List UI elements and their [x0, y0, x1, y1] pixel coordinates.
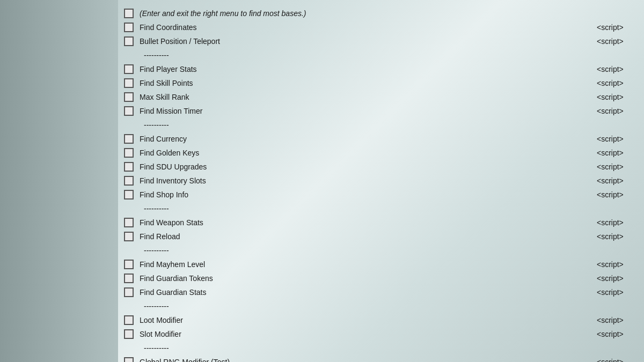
- item-script: <script>: [597, 190, 640, 199]
- item-label: Find Player Stats: [140, 65, 597, 73]
- item-checkbox[interactable]: [124, 357, 134, 362]
- item-script: <script>: [597, 288, 640, 297]
- separator-row: ----------: [118, 299, 644, 313]
- list-item: Find Mission Timer<script>: [118, 104, 644, 118]
- list-item: Bullet Position / Teleport<script>: [118, 34, 644, 48]
- item-script: <script>: [597, 330, 640, 338]
- item-checkbox[interactable]: [124, 162, 134, 172]
- list-item: Global RNG Modifier (Test)<script>: [118, 355, 644, 362]
- list-item: Find Golden Keys<script>: [118, 146, 644, 160]
- item-script: <script>: [597, 274, 640, 283]
- item-script: <script>: [597, 37, 640, 46]
- header-note-text: (Enter and exit the right menu to find m…: [140, 9, 640, 18]
- item-label: Bullet Position / Teleport: [140, 37, 597, 46]
- list-item: Find Coordinates<script>: [118, 20, 644, 34]
- item-label: Find Currency: [140, 135, 597, 143]
- item-checkbox[interactable]: [124, 287, 134, 297]
- item-label: Find Inventory Slots: [140, 176, 597, 185]
- item-script: <script>: [597, 162, 640, 171]
- list-item: Max Skill Rank<script>: [118, 90, 644, 104]
- item-label: Global RNG Modifier (Test): [140, 358, 597, 362]
- item-script: <script>: [597, 260, 640, 269]
- list-item: Find Inventory Slots<script>: [118, 174, 644, 188]
- item-script: <script>: [597, 149, 640, 157]
- checkbox-wrapper: [118, 287, 140, 297]
- item-script: <script>: [597, 79, 640, 87]
- item-checkbox[interactable]: [124, 260, 134, 269]
- item-checkbox[interactable]: [124, 190, 134, 200]
- item-checkbox[interactable]: [124, 274, 134, 283]
- checkbox-wrapper: [118, 148, 140, 158]
- checkbox-wrapper: [118, 162, 140, 172]
- item-script: <script>: [597, 218, 640, 227]
- separator-text: ----------: [118, 246, 640, 255]
- item-script: <script>: [597, 65, 640, 73]
- item-script: <script>: [597, 232, 640, 241]
- item-label: Find Guardian Tokens: [140, 274, 597, 283]
- item-script: <script>: [597, 23, 640, 32]
- item-checkbox[interactable]: [124, 134, 134, 144]
- item-checkbox[interactable]: [124, 148, 134, 158]
- list-item: Find Shop Info<script>: [118, 188, 644, 202]
- item-checkbox[interactable]: [124, 218, 134, 227]
- item-label: Find Golden Keys: [140, 149, 597, 157]
- item-checkbox[interactable]: [124, 315, 134, 325]
- item-script: <script>: [597, 176, 640, 185]
- header-checkbox[interactable]: [124, 9, 134, 18]
- item-script: <script>: [597, 135, 640, 143]
- checkbox-wrapper: [118, 274, 140, 283]
- checkbox-wrapper: [118, 357, 140, 362]
- list-item: Find Guardian Stats<script>: [118, 285, 644, 299]
- separator-text: ----------: [118, 121, 640, 129]
- checkbox-wrapper: [118, 23, 140, 32]
- item-checkbox[interactable]: [124, 78, 134, 88]
- header-note-row: (Enter and exit the right menu to find m…: [118, 6, 644, 20]
- separator-text: ----------: [118, 204, 640, 213]
- separator-row: ----------: [118, 202, 644, 216]
- item-label: Find Mayhem Level: [140, 260, 597, 269]
- checkbox-wrapper: [118, 78, 140, 88]
- separator-text: ----------: [118, 302, 640, 311]
- list-item: Find Currency<script>: [118, 132, 644, 146]
- checkbox-wrapper: [118, 315, 140, 325]
- item-script: <script>: [597, 93, 640, 101]
- list-item: Find Reload<script>: [118, 230, 644, 243]
- list-item: Find Skill Points<script>: [118, 76, 644, 90]
- list-item: Slot Modifier<script>: [118, 327, 644, 341]
- item-checkbox[interactable]: [124, 176, 134, 186]
- checkbox-wrapper: [118, 64, 140, 74]
- list-item: Loot Modifier<script>: [118, 313, 644, 327]
- separator-row: ----------: [118, 341, 644, 355]
- item-checkbox[interactable]: [124, 329, 134, 339]
- items-list: Find Coordinates<script>Bullet Position …: [118, 20, 644, 362]
- item-label: Find Skill Points: [140, 79, 597, 87]
- main-container: (Enter and exit the right menu to find m…: [0, 0, 644, 362]
- checkbox-wrapper: [118, 92, 140, 102]
- item-label: Find Coordinates: [140, 23, 597, 32]
- item-checkbox[interactable]: [124, 64, 134, 74]
- item-label: Loot Modifier: [140, 316, 597, 324]
- list-item: Find SDU Upgrades<script>: [118, 160, 644, 174]
- item-checkbox[interactable]: [124, 106, 134, 116]
- checkbox-wrapper: [118, 106, 140, 116]
- header-checkbox-wrapper: [118, 9, 140, 18]
- item-checkbox[interactable]: [124, 36, 134, 46]
- item-script: <script>: [597, 358, 640, 362]
- item-label: Find Reload: [140, 232, 597, 241]
- list-item: Find Guardian Tokens<script>: [118, 271, 644, 285]
- item-checkbox[interactable]: [124, 232, 134, 241]
- separator-text: ----------: [118, 51, 640, 60]
- list-item: Find Player Stats<script>: [118, 62, 644, 76]
- checkbox-wrapper: [118, 176, 140, 186]
- item-label: Find SDU Upgrades: [140, 162, 597, 171]
- item-label: Find Mission Timer: [140, 107, 597, 115]
- item-script: <script>: [597, 316, 640, 324]
- item-script: <script>: [597, 107, 640, 115]
- item-checkbox[interactable]: [124, 92, 134, 102]
- item-label: Find Guardian Stats: [140, 288, 597, 297]
- item-checkbox[interactable]: [124, 23, 134, 32]
- item-label: Max Skill Rank: [140, 93, 597, 101]
- item-label: Find Shop Info: [140, 190, 597, 199]
- checkbox-wrapper: [118, 218, 140, 227]
- checkbox-wrapper: [118, 260, 140, 269]
